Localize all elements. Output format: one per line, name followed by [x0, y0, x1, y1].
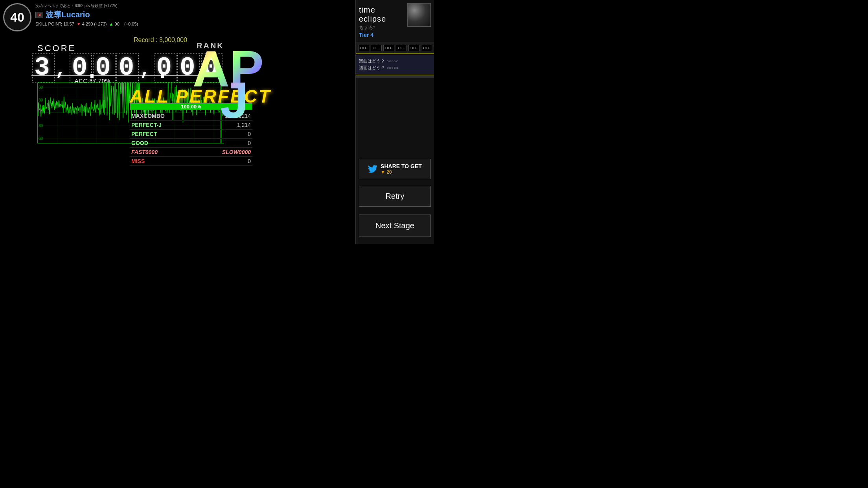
perfect-label: PERFECT — [131, 131, 157, 137]
toggle-btn-3[interactable]: OFF — [383, 45, 394, 51]
next-stage-button[interactable]: Next Stage — [359, 215, 431, 237]
record-display: Record : 3,000,000 — [134, 37, 187, 44]
rank-letters-pj: J — [220, 79, 248, 122]
share-text-block: SHARE TO GET ▼ 20 — [381, 163, 422, 175]
skill-arrow-down: ▼ — [77, 22, 81, 26]
player-name: 波導Lucario — [46, 9, 90, 20]
perfectj-label: PERFECT-J — [131, 122, 162, 128]
good-value: 0 — [248, 140, 251, 146]
song-title: time eclipse — [356, 0, 406, 24]
album-art — [407, 3, 431, 27]
slow-label: SLOW0000 — [222, 149, 251, 155]
share-amount-text: ▼ 20 — [381, 169, 422, 175]
maxcombo-label: MAXCOMBO — [131, 113, 165, 119]
divider-before-retry — [356, 76, 434, 77]
miss-label: MISS — [131, 158, 145, 164]
album-art-image — [408, 4, 430, 26]
twitter-icon — [368, 164, 377, 174]
song-rating-label: 楽曲はどう？ — [359, 58, 385, 64]
chart-rating-row: 譜面はどう？ ○○○○○ — [359, 65, 431, 71]
toggle-btn-6[interactable]: OFF — [421, 45, 432, 51]
miss-value: 0 — [248, 158, 251, 164]
retry-button[interactable]: Retry — [359, 186, 431, 207]
stat-good: GOOD 0 — [130, 139, 252, 148]
retry-label: Retry — [386, 192, 405, 200]
xp-info: 次のレベルまであと：6362 pts.経験値 (+1725) IX 波導Luca… — [35, 3, 181, 26]
skill-delta: (+0.05) — [124, 22, 138, 26]
player-area: 40 次のレベルまであと：6362 pts.経験値 (+1725) IX 波導L… — [0, 0, 189, 5]
perfect-value: 0 — [248, 131, 251, 137]
yellow-divider-mid — [356, 75, 434, 75]
share-main-text: SHARE TO GET — [381, 163, 422, 169]
score-marker-2 — [161, 74, 164, 78]
fast-label: FAST0000 — [131, 149, 158, 155]
song-rating-row: 楽曲はどう？ ○○○○○ — [359, 58, 431, 64]
toggle-btn-5[interactable]: OFF — [408, 45, 419, 51]
record-value: 3,000,000 — [159, 37, 187, 43]
toggles-row-1: OFF OFF OFF OFF OFF OFF — [356, 43, 434, 53]
level-badge: 40 — [3, 3, 31, 31]
skill-bonus: 90 — [115, 22, 120, 26]
skill-row: SKILL POINT: 10.57 ▼ 4,290 (+273) ▲ 90 (… — [35, 22, 181, 26]
toggle-btn-1[interactable]: OFF — [358, 45, 369, 51]
level-number: 40 — [10, 10, 24, 25]
rank-points: 4,290 (+273) — [82, 22, 107, 26]
skill-label: SKILL POINT — [35, 22, 61, 26]
stat-miss: MISS 0 — [130, 157, 252, 166]
stat-fast-slow: FAST0000 SLOW0000 — [130, 148, 252, 157]
toggle-btn-2[interactable]: OFF — [371, 45, 382, 51]
score-line — [31, 75, 220, 76]
stat-perfect: PERFECT 0 — [130, 130, 252, 139]
toggle-btn-4[interactable]: OFF — [396, 45, 407, 51]
share-button[interactable]: SHARE TO GET ▼ 20 — [359, 159, 431, 179]
score-marker-1 — [90, 74, 94, 78]
player-rank-badge: IX — [35, 12, 43, 18]
skill-value: 10.57 — [63, 22, 74, 26]
song-artist: ちょろ* — [356, 24, 406, 31]
song-rating-dots: ○○○○○ — [386, 59, 398, 63]
player-name-row: IX 波導Lucario — [35, 9, 181, 20]
yellow-divider-top — [356, 53, 434, 54]
chart-rating-label: 譜面はどう？ — [359, 65, 385, 71]
next-stage-label: Next Stage — [375, 221, 414, 230]
right-panel: time eclipse ちょろ* Tier 4 OFF OFF OFF OFF… — [355, 0, 434, 244]
chart-rating-dots: ○○○○○ — [386, 66, 398, 70]
skill-arrow-up: ▲ — [109, 22, 114, 26]
rating-section: 楽曲はどう？ ○○○○○ 譜面はどう？ ○○○○○ — [356, 55, 434, 74]
divider-before-next — [356, 77, 434, 78]
song-tier: Tier 4 — [356, 31, 406, 41]
xp-next-text: 次のレベルまであと：6362 pts.経験値 (+1725) — [35, 3, 181, 9]
divider-1 — [356, 42, 434, 42]
record-label: Record : — [134, 37, 157, 43]
good-label: GOOD — [131, 140, 148, 146]
